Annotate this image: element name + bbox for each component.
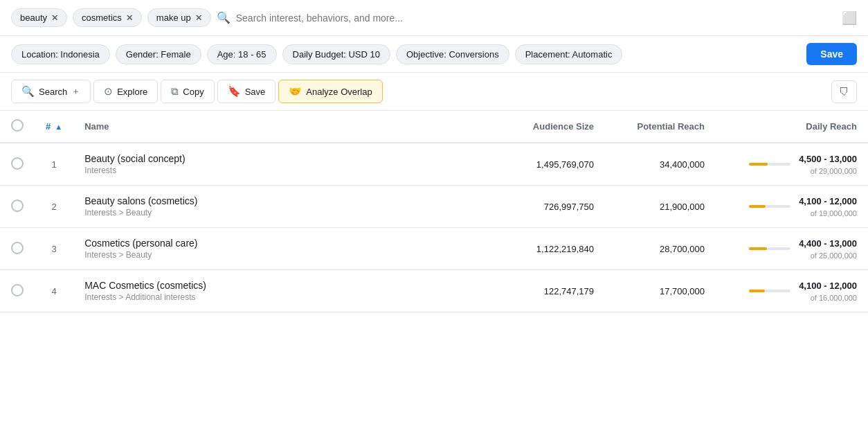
bar-track-1 — [749, 205, 790, 208]
analyze-icon: 🤝 — [289, 85, 302, 98]
tag-makeup: make up✕ — [147, 8, 211, 27]
table-body: 1 Beauty (social concept) Interests 1,49… — [0, 143, 868, 312]
search-icon: 🔍 — [21, 85, 35, 98]
cell-checkbox-1 — [0, 186, 35, 228]
select-all-checkbox[interactable] — [11, 119, 24, 132]
cell-num-2: 3 — [35, 228, 73, 270]
sort-icon[interactable]: ▲ — [55, 123, 62, 131]
item-name-0: Beauty (social concept) — [84, 153, 483, 164]
item-sub-0: Interests — [84, 166, 483, 175]
save-button-label: Save — [245, 87, 266, 97]
tag-cosmetics: cosmetics✕ — [73, 8, 142, 27]
daily-range-2: 4,400 - 13,000 — [799, 238, 857, 249]
cell-name-0: Beauty (social concept) Interests — [73, 143, 494, 186]
cell-daily-3: 4,100 - 12,000 of 16,000,000 — [716, 270, 868, 312]
row-checkbox-3[interactable] — [11, 284, 24, 296]
search-button-label: Search — [39, 87, 67, 97]
bar-track-0 — [749, 163, 790, 166]
search-icon-top: 🔍 — [217, 11, 230, 24]
th-audience: Audience Size — [494, 111, 605, 143]
th-daily: Daily Reach — [716, 111, 868, 143]
folder-icon[interactable]: ⬜ — [842, 10, 857, 26]
daily-range-0: 4,500 - 13,000 — [799, 154, 857, 164]
cell-audience-2: 1,122,219,840 — [494, 228, 605, 270]
cell-audience-1: 726,997,750 — [494, 186, 605, 228]
filter-icon: ⛉ — [839, 86, 849, 98]
item-name-1: Beauty salons (cosmetics) — [84, 195, 483, 206]
table-row: 4 MAC Cosmetics (cosmetics) Interests > … — [0, 270, 868, 312]
cell-name-2: Cosmetics (personal care) Interests > Be… — [73, 228, 494, 270]
cell-potential-2: 28,700,000 — [605, 228, 716, 270]
filter-chip-placement[interactable]: Placement: Automatic — [515, 44, 623, 64]
cell-audience-3: 122,747,179 — [494, 270, 605, 312]
bar-track-2 — [749, 247, 790, 250]
daily-of-0: of 29,000,000 — [811, 167, 857, 175]
row-checkbox-2[interactable] — [11, 242, 24, 254]
tag-label-beauty: beauty — [20, 12, 47, 23]
cell-num-3: 4 — [35, 270, 73, 312]
item-name-2: Cosmetics (personal care) — [84, 238, 483, 249]
cell-potential-3: 17,700,000 — [605, 270, 716, 312]
th-checkbox — [0, 111, 35, 143]
cell-daily-1: 4,100 - 12,000 of 19,000,000 — [716, 186, 868, 228]
analyze-button-label: Analyze Overlap — [306, 87, 372, 97]
cell-num-1: 2 — [35, 186, 73, 228]
cell-checkbox-2 — [0, 228, 35, 270]
results-table: # ▲ Name Audience Size Potential Reach D… — [0, 111, 868, 312]
top-bar: beauty✕cosmetics✕make up✕ 🔍 ⬜ — [0, 0, 868, 36]
cell-checkbox-3 — [0, 270, 35, 312]
daily-of-3: of 16,000,000 — [811, 294, 857, 302]
tag-label-cosmetics: cosmetics — [82, 12, 122, 23]
tag-remove-cosmetics[interactable]: ✕ — [126, 13, 133, 23]
cell-name-3: MAC Cosmetics (cosmetics) Interests > Ad… — [73, 270, 494, 312]
table-row: 2 Beauty salons (cosmetics) Interests > … — [0, 186, 868, 228]
save-button[interactable]: 🔖 Save — [217, 80, 276, 103]
tags-container: beauty✕cosmetics✕make up✕ — [11, 8, 211, 27]
explore-button[interactable]: ⊙ Explore — [93, 80, 158, 103]
copy-button-label: Copy — [183, 87, 204, 97]
row-checkbox-1[interactable] — [11, 199, 24, 212]
bar-fill-1 — [749, 205, 766, 208]
tag-beauty: beauty✕ — [11, 8, 67, 27]
analyze-overlap-button[interactable]: 🤝 Analyze Overlap — [278, 80, 382, 103]
item-sub-2: Interests > Beauty — [84, 250, 483, 260]
tag-remove-beauty[interactable]: ✕ — [51, 13, 58, 23]
save-button-top[interactable]: Save — [806, 43, 857, 65]
bar-fill-0 — [749, 163, 768, 166]
bar-fill-3 — [749, 290, 765, 292]
filter-bar: Location: IndonesiaGender: FemaleAge: 18… — [0, 36, 868, 73]
filter-chip-age[interactable]: Age: 18 - 65 — [207, 44, 277, 64]
cell-potential-0: 34,400,000 — [605, 143, 716, 186]
th-number: # ▲ — [35, 111, 73, 143]
filter-chip-location[interactable]: Location: Indonesia — [11, 44, 110, 64]
bar-fill-2 — [749, 247, 767, 250]
toolbar: 🔍 Search ＋ ⊙ Explore ⧉ Copy 🔖 Save 🤝 Ana… — [0, 73, 868, 111]
th-potential: Potential Reach — [605, 111, 716, 143]
table-row: 3 Cosmetics (personal care) Interests > … — [0, 228, 868, 270]
cell-potential-1: 21,900,000 — [605, 186, 716, 228]
cell-num-0: 1 — [35, 143, 73, 186]
copy-button[interactable]: ⧉ Copy — [161, 80, 214, 103]
search-input-top[interactable] — [236, 12, 836, 24]
item-name-3: MAC Cosmetics (cosmetics) — [84, 280, 483, 291]
filter-chip-budget[interactable]: Daily Budget: USD 10 — [282, 44, 390, 64]
filter-button[interactable]: ⛉ — [831, 80, 857, 103]
filter-chip-objective[interactable]: Objective: Conversions — [396, 44, 509, 64]
row-checkbox-0[interactable] — [11, 157, 24, 170]
filter-chip-gender[interactable]: Gender: Female — [116, 44, 201, 64]
tag-label-makeup: make up — [156, 12, 191, 23]
bar-track-3 — [749, 290, 790, 292]
search-button[interactable]: 🔍 Search ＋ — [11, 80, 91, 103]
cell-name-1: Beauty salons (cosmetics) Interests > Be… — [73, 186, 494, 228]
item-sub-1: Interests > Beauty — [84, 208, 483, 218]
table-row: 1 Beauty (social concept) Interests 1,49… — [0, 143, 868, 186]
tag-remove-makeup[interactable]: ✕ — [195, 13, 202, 23]
cell-daily-2: 4,400 - 13,000 of 25,000,000 — [716, 228, 868, 270]
th-name: Name — [73, 111, 494, 143]
copy-icon: ⧉ — [171, 85, 179, 98]
bookmark-icon: 🔖 — [228, 85, 241, 98]
cell-daily-0: 4,500 - 13,000 of 29,000,000 — [716, 143, 868, 186]
search-area: 🔍 — [217, 11, 836, 24]
table-container: # ▲ Name Audience Size Potential Reach D… — [0, 111, 868, 312]
item-sub-3: Interests > Additional interests — [84, 292, 483, 302]
